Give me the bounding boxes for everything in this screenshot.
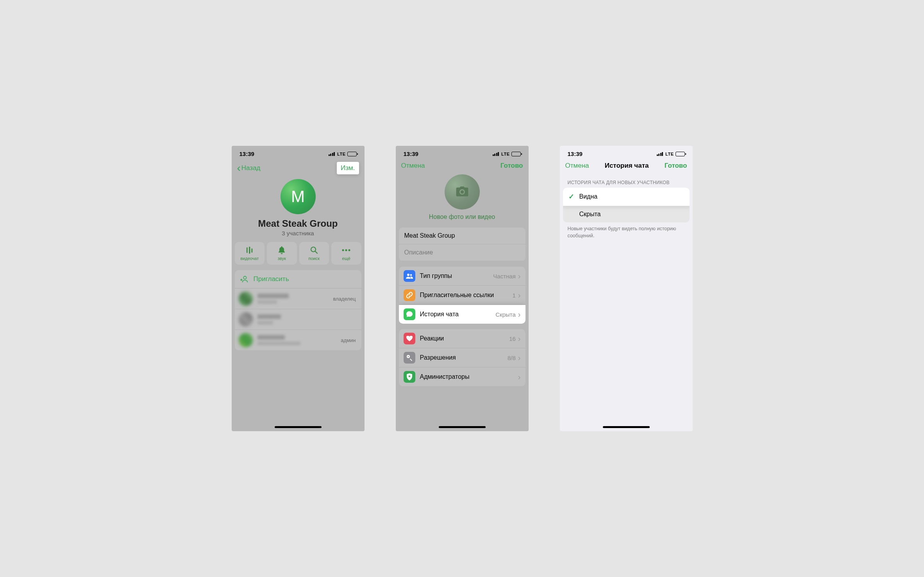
group-name-input[interactable]: Meat Steak Group: [399, 228, 525, 244]
group-avatar[interactable]: M: [281, 179, 316, 214]
action-buttons-row: видеочат звук поиск ещё: [232, 242, 365, 265]
people-icon: [404, 270, 415, 282]
video-call-button[interactable]: видеочат: [235, 242, 265, 265]
sound-label: звук: [278, 256, 286, 261]
invite-icon: [240, 275, 249, 283]
battery-icon: [511, 152, 521, 156]
group-type-row[interactable]: Тип группы Частная ›: [399, 267, 525, 286]
group-description-input[interactable]: Описание: [399, 244, 525, 261]
settings-section-2: Реакции 16 › Разрешения 8/8 › Администра…: [399, 329, 525, 386]
back-button[interactable]: ‹ Назад: [237, 163, 261, 174]
row-value: Частная: [493, 273, 515, 280]
nav-bar: ‹ Назад Изм.: [232, 160, 365, 177]
row-value: 1: [512, 292, 515, 299]
chevron-left-icon: ‹: [237, 163, 241, 174]
section-header: ИСТОРИЯ ЧАТА ДЛЯ НОВЫХ УЧАСТНИКОВ: [560, 173, 693, 188]
invite-links-row[interactable]: Пригласительные ссылки 1 ›: [399, 286, 525, 305]
member-name-redacted: [257, 314, 281, 319]
member-name-redacted: [257, 294, 289, 298]
status-time: 13:39: [239, 151, 254, 157]
video-icon: [245, 246, 254, 254]
edit-button[interactable]: Изм.: [337, 162, 359, 174]
network-label: LTE: [337, 152, 345, 156]
svg-point-12: [410, 274, 412, 276]
chevron-right-icon: ›: [518, 291, 521, 300]
permissions-row[interactable]: Разрешения 8/8 ›: [399, 348, 525, 367]
signal-icon: [329, 152, 335, 156]
more-icon: [342, 246, 350, 254]
cancel-button[interactable]: Отмена: [565, 162, 589, 170]
phone-screen-group-edit: 13:39 LTE Отмена Готово Новое фото или в…: [396, 146, 529, 431]
member-avatar: [239, 333, 253, 347]
sound-button[interactable]: звук: [267, 242, 297, 265]
signal-icon: [657, 152, 663, 156]
option-visible[interactable]: ✓ Видна: [563, 188, 690, 206]
invite-button[interactable]: Пригласить: [235, 270, 361, 288]
member-row-admin[interactable]: админ: [235, 330, 361, 350]
home-indicator[interactable]: [275, 426, 322, 428]
status-bar: 13:39 LTE: [560, 146, 693, 160]
status-time: 13:39: [404, 151, 418, 157]
home-indicator[interactable]: [603, 426, 650, 428]
svg-line-4: [315, 251, 317, 253]
member-status-redacted: [257, 342, 300, 345]
group-name-value: Meat Steak Group: [404, 232, 455, 239]
new-photo-button[interactable]: Новое фото или видео: [396, 213, 529, 220]
row-value: Скрыта: [495, 311, 516, 318]
link-icon: [404, 289, 415, 301]
check-icon: ✓: [568, 192, 577, 201]
svg-point-11: [407, 274, 409, 276]
status-bar: 13:39 LTE: [396, 146, 529, 160]
name-description-section: Meat Steak Group Описание: [399, 228, 525, 261]
search-icon: [310, 246, 318, 254]
search-button[interactable]: поиск: [299, 242, 329, 265]
member-info: [257, 294, 329, 304]
reactions-row[interactable]: Реакции 16 ›: [399, 329, 525, 348]
home-indicator[interactable]: [439, 426, 486, 428]
shield-icon: [404, 371, 415, 383]
option-label: Скрыта: [577, 211, 684, 218]
done-button[interactable]: Готово: [500, 162, 523, 170]
option-label: Видна: [577, 193, 684, 200]
heart-icon: [404, 333, 415, 344]
member-row[interactable]: [235, 309, 361, 330]
page-title: История чата: [605, 162, 649, 170]
done-button[interactable]: Готово: [665, 162, 687, 170]
status-indicators: LTE: [329, 152, 357, 156]
member-status-redacted: [257, 300, 277, 304]
svg-point-8: [243, 276, 246, 279]
svg-point-6: [345, 249, 347, 251]
member-status-redacted: [257, 321, 273, 324]
svg-point-14: [407, 356, 409, 357]
option-hidden[interactable]: Скрыта: [563, 206, 690, 222]
row-value: 8/8: [508, 355, 516, 361]
back-label: Назад: [241, 164, 261, 172]
svg-point-7: [349, 249, 350, 251]
cancel-button[interactable]: Отмена: [401, 162, 425, 170]
group-subtitle: 3 участника: [232, 230, 365, 237]
phone-screen-group-info: 13:39 LTE ‹ Назад Изм. M Meat Steak Grou…: [232, 146, 365, 431]
members-section: Пригласить владелец админ: [235, 270, 361, 350]
row-label: Тип группы: [420, 272, 493, 280]
invite-label: Пригласить: [254, 275, 289, 283]
nav-bar: Отмена Готово: [396, 160, 529, 173]
chat-history-row[interactable]: История чата Скрыта ›: [399, 305, 525, 324]
more-button[interactable]: ещё: [331, 242, 361, 265]
settings-section-1: Тип группы Частная › Пригласительные ссы…: [399, 267, 525, 324]
network-label: LTE: [665, 152, 674, 156]
chevron-right-icon: ›: [518, 353, 521, 362]
admins-row[interactable]: Администраторы ›: [399, 367, 525, 386]
new-photo-label: Новое фото или видео: [429, 213, 495, 220]
network-label: LTE: [501, 152, 509, 156]
avatar-letter: M: [291, 187, 305, 206]
group-title: Meat Steak Group: [232, 218, 365, 229]
video-label: видеочат: [240, 256, 259, 261]
member-info: [257, 335, 336, 345]
group-avatar-edit[interactable]: [445, 174, 480, 210]
section-footer: Новые участники будут видеть полную исто…: [560, 222, 693, 242]
svg-rect-0: [247, 247, 248, 253]
member-row-owner[interactable]: владелец: [235, 288, 361, 309]
svg-point-3: [311, 247, 316, 252]
row-label: Реакции: [420, 335, 509, 342]
svg-rect-2: [251, 249, 252, 253]
